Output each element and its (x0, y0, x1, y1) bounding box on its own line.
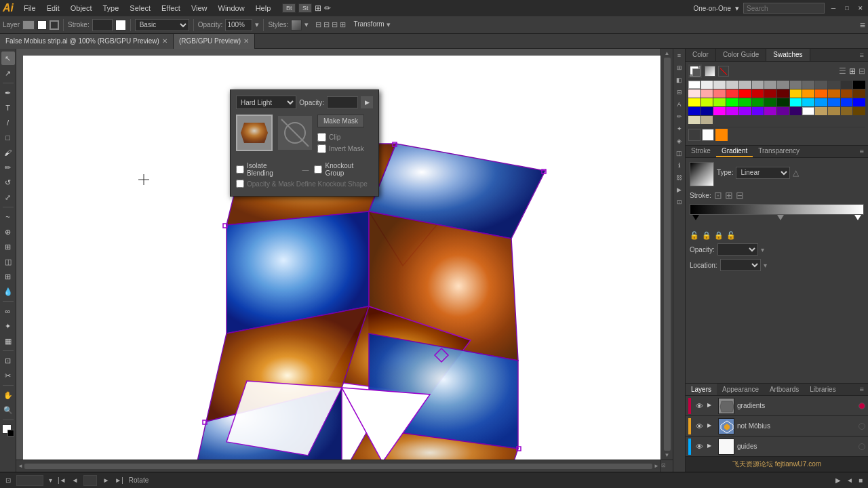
lock-icon-mid2[interactable]: 🔒 (714, 231, 724, 240)
align-icon[interactable]: ⊞ (674, 62, 685, 73)
tab-layers[interactable]: Layers (686, 384, 717, 395)
line-tool[interactable]: / (1, 116, 15, 129)
swatch-cell[interactable] (688, 89, 701, 98)
swatch-cell[interactable] (713, 98, 726, 106)
swatch-cell[interactable] (739, 98, 751, 106)
swatch-cell[interactable] (764, 98, 776, 106)
menu-file[interactable]: File (19, 3, 41, 14)
panel-options-icon[interactable]: ≡ (860, 20, 865, 30)
tab-false-mobius[interactable]: False Mobius strip.ai @ 100% (RGB/GPU Pr… (0, 34, 174, 49)
prev-page-icon[interactable]: ◄ (72, 476, 79, 484)
swatch-cell[interactable] (752, 81, 764, 89)
align-center-icon[interactable]: ⊟ (323, 20, 330, 29)
stroke-along-icon[interactable]: ⊞ (725, 190, 733, 201)
menu-object[interactable]: Object (66, 3, 97, 14)
free-transform-tool[interactable]: ⊕ (1, 225, 15, 239)
tab-gradient[interactable]: Gradient (716, 146, 753, 157)
paintbrush-tool[interactable]: 🖌 (1, 146, 15, 159)
scale-tool[interactable]: ⤢ (1, 190, 15, 204)
menu-type[interactable]: Type (98, 3, 124, 14)
gradient-stop-left[interactable] (692, 215, 699, 220)
swatch-cell[interactable] (777, 107, 789, 115)
zoom-dropdown[interactable]: ▾ (49, 476, 52, 484)
next-page-btn[interactable]: ►| (115, 476, 123, 484)
tab-artboards[interactable]: Artboards (764, 384, 804, 395)
swatch-cell[interactable] (726, 81, 738, 89)
expand-gradients[interactable]: ▶ (707, 402, 715, 410)
swatch-cell[interactable] (841, 89, 853, 98)
gradient-preview-box[interactable] (690, 162, 714, 186)
styles-dropdown[interactable]: ▾ (304, 20, 309, 29)
appearance-icon[interactable]: ◫ (674, 148, 685, 159)
tab-close-0[interactable]: ✕ (162, 37, 167, 45)
tab-close-1[interactable]: ✕ (243, 37, 249, 45)
swatch-black[interactable] (853, 81, 865, 89)
char-icon[interactable]: A (674, 99, 685, 110)
fill-swatch[interactable] (37, 20, 47, 30)
swatch-cell[interactable] (853, 98, 865, 106)
align-left-icon[interactable]: ⊟ (315, 20, 321, 29)
transform-icon[interactable]: ⊟ (674, 87, 685, 98)
next-page-icon[interactable]: ► (102, 476, 109, 484)
swatch-cell[interactable] (828, 107, 840, 115)
swatch-cell[interactable] (764, 81, 776, 89)
none-swatch[interactable] (718, 66, 729, 77)
info-icon[interactable]: ℹ (674, 160, 685, 171)
swatch-cell[interactable] (815, 98, 827, 106)
tab-swatches[interactable]: Swatches (766, 49, 810, 61)
stop-btn[interactable]: ■ (859, 476, 863, 484)
location-select[interactable] (720, 259, 761, 271)
gradient-stop-mid[interactable] (777, 215, 784, 220)
opacity-dropdown[interactable]: ▾ (255, 20, 259, 29)
swatch-cell[interactable] (790, 98, 802, 106)
visibility-mobius[interactable]: 👁 (694, 421, 705, 432)
distribute-icon[interactable]: ⊞ (340, 20, 346, 29)
swatch-cell[interactable] (713, 89, 726, 98)
swatch-cell[interactable] (713, 81, 726, 89)
zoom-tool[interactable]: 🔍 (1, 403, 15, 417)
swatch-cell[interactable] (764, 107, 776, 115)
swatch-cell[interactable] (802, 107, 814, 115)
maximize-button[interactable]: □ (842, 3, 852, 13)
swatch-red[interactable] (739, 89, 751, 98)
menu-edit[interactable]: Edit (42, 3, 64, 14)
hand-tool[interactable]: ✋ (1, 388, 15, 402)
swatch-orange[interactable] (815, 89, 827, 98)
swatch-cell[interactable] (853, 89, 865, 98)
tab-color[interactable]: Color (686, 49, 716, 61)
graphic-styles-icon[interactable]: ◈ (674, 136, 685, 146)
swatch-cell[interactable] (688, 107, 701, 115)
layer-comp-icon[interactable]: ⊡ (674, 197, 685, 207)
swatch-cell[interactable] (726, 107, 738, 115)
brush-side-icon[interactable]: ✏ (674, 111, 685, 122)
tab-appearance[interactable]: Appearance (717, 384, 764, 395)
mesh-tool[interactable]: ⊞ (1, 270, 15, 283)
swatch-none[interactable] (688, 129, 701, 141)
gradient-stop-right[interactable] (854, 215, 861, 220)
artboard-tool[interactable]: ⊡ (1, 354, 15, 367)
brush-icon[interactable]: ✏ (324, 3, 331, 13)
swatch-cell[interactable] (752, 98, 764, 106)
panels-toggle[interactable]: ≡ (674, 50, 685, 61)
swatch-cell[interactable] (815, 107, 827, 115)
panel-menu-icon[interactable]: ≡ (856, 49, 868, 61)
tab-rgb-preview[interactable]: (RGB/GPU Preview) ✕ (174, 34, 255, 49)
swatch-cell[interactable] (841, 81, 853, 89)
swatch-cell[interactable] (739, 107, 751, 115)
horizontal-scrollbar[interactable]: ◄ ► (16, 460, 660, 472)
rewind-btn[interactable]: ◄ (846, 476, 853, 484)
tab-stroke[interactable]: Stroke (686, 146, 716, 157)
prev-page-btn[interactable]: |◄ (58, 476, 66, 484)
gradient-type-select[interactable]: Linear Radial (736, 167, 790, 179)
grid-icon[interactable]: ⊞ (315, 3, 321, 13)
warp-tool[interactable]: ~ (1, 210, 15, 224)
fill-box[interactable] (2, 424, 14, 436)
gradient-preview[interactable] (705, 66, 715, 77)
menu-window[interactable]: Window (214, 3, 250, 14)
swatch-cell[interactable] (815, 81, 827, 89)
gradient-tool[interactable]: ◫ (1, 255, 15, 268)
stroke-within-icon[interactable]: ⊡ (714, 190, 722, 201)
swatch-cell[interactable] (701, 116, 713, 124)
expand-mobius[interactable]: ▶ (707, 422, 715, 430)
blend-mode-select[interactable]: Hard Light Normal Multiply Screen Overla… (236, 96, 296, 109)
